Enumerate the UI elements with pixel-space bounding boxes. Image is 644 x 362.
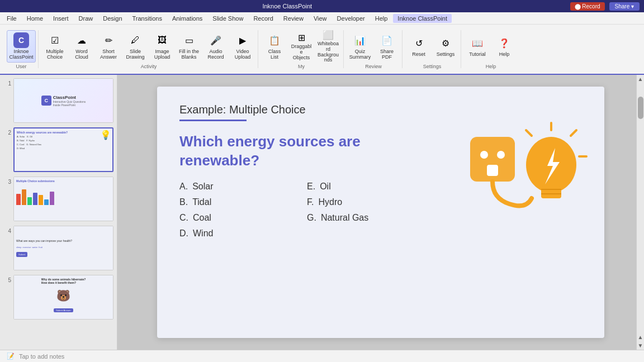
help-button[interactable]: ❓ Help xyxy=(491,30,517,63)
ribbon-review-items: 📊 QuizSummary 📄 SharePDF xyxy=(347,30,400,63)
slide-preview-4: What are ways you can improve your healt… xyxy=(14,226,113,270)
menu-view[interactable]: View xyxy=(309,14,332,23)
video-upload-button[interactable]: ▶ VideoUpload xyxy=(230,30,255,63)
menu-review[interactable]: Review xyxy=(279,14,308,23)
slide-preview-1: C ClassPoint Interactive Quiz QuestionsI… xyxy=(14,79,113,122)
title-bar-right: ⬤ Record Share ▾ xyxy=(570,2,640,11)
short-answer-icon: ✏ xyxy=(101,32,116,48)
slide-drawing-button[interactable]: 🖊 SlideDrawing xyxy=(122,30,148,63)
image-upload-label: ImageUpload xyxy=(154,49,171,60)
slide-thumb-3[interactable]: 3 Multiple Choice submissions xyxy=(2,175,115,222)
slide-thumb-2[interactable]: 2 Which energy sources are renewable? A.… xyxy=(2,126,115,173)
slide2-options3: C. CoalG. Natural Gas xyxy=(17,143,41,146)
ribbon-group-help: 📖 Tutorial ❓ Help Help xyxy=(462,30,519,68)
reset-button[interactable]: ↺ Reset xyxy=(406,30,432,63)
menu-help[interactable]: Help xyxy=(371,14,392,23)
inknoe-label: InknoeClassPoint xyxy=(9,49,33,60)
audio-record-button[interactable]: 🎤 AudioRecord xyxy=(203,30,229,63)
slide1-logo-text: ClassPoint Interactive Quiz QuestionsIns… xyxy=(53,95,86,107)
menu-developer[interactable]: Developer xyxy=(333,14,370,23)
quiz-summary-button[interactable]: 📊 QuizSummary xyxy=(347,30,373,63)
multiple-choice-button[interactable]: ☑ MultipleChoice xyxy=(42,30,68,63)
slide-panel[interactable]: 1 C ClassPoint Interactive Quiz Question… xyxy=(0,75,117,350)
video-upload-label: VideoUpload xyxy=(235,49,251,60)
scroll-v-container[interactable]: ▲ ▲ ▼ xyxy=(636,75,644,350)
inknoe-icon: C xyxy=(13,32,29,48)
draggable-objects-button[interactable]: ⊞ DraggableObjects xyxy=(288,30,314,63)
menu-transitions[interactable]: Transitions xyxy=(128,14,167,23)
settings-icon: ⚙ xyxy=(438,35,453,51)
reset-icon: ↺ xyxy=(411,35,427,51)
slide-option-d: D. Wind xyxy=(179,228,273,239)
menu-file[interactable]: File xyxy=(2,14,21,23)
ribbon-my-items: 📋 ClassList ⊞ DraggableObjects ⬜ Whitebo… xyxy=(262,30,341,63)
slide-num-1: 1 xyxy=(3,80,11,87)
slide-img-1[interactable]: C ClassPoint Interactive Quiz QuestionsI… xyxy=(13,78,113,123)
fill-blanks-icon: ▭ xyxy=(181,32,197,48)
slide-question: Which energy sources are renewable? xyxy=(179,132,381,170)
slide-preview-5: Why do some animals hibernate?How does i… xyxy=(14,275,113,319)
slide2-options: A. SolarE. Oil xyxy=(17,135,32,138)
menu-animations[interactable]: Animations xyxy=(168,14,207,23)
option-a-text: Solar xyxy=(192,182,213,192)
content-area: ▲ ▲ ▼ Example: Multiple Choice Which ene… xyxy=(117,75,644,350)
menu-inknoe[interactable]: Inknoe ClassPoint xyxy=(393,14,452,23)
class-list-button[interactable]: 📋 ClassList xyxy=(262,30,287,63)
ribbon-group-review: 📊 QuizSummary 📄 SharePDF Review xyxy=(345,30,402,68)
settings-label: Settings xyxy=(437,52,455,58)
settings-button[interactable]: ⚙ Settings xyxy=(433,30,458,63)
tutorial-icon: 📖 xyxy=(470,35,485,51)
tutorial-button[interactable]: 📖 Tutorial xyxy=(465,30,490,63)
fill-blanks-label: Fill in theBlanks xyxy=(179,49,199,60)
share-button[interactable]: Share ▾ xyxy=(609,2,640,11)
option-a-letter: A. xyxy=(179,182,188,192)
image-upload-icon: 🖼 xyxy=(154,32,170,48)
svg-line-10 xyxy=(571,130,576,136)
notes-placeholder[interactable]: Tap to add notes xyxy=(19,353,64,360)
scroll-arrow-up2[interactable]: ▲ xyxy=(637,333,644,341)
my-group-label: My xyxy=(262,63,341,70)
option-e-letter: E. xyxy=(307,182,315,192)
option-c-text: Coal xyxy=(193,213,211,223)
slide-img-4[interactable]: What are ways you can improve your healt… xyxy=(13,226,113,270)
menu-home[interactable]: Home xyxy=(22,14,48,23)
ribbon: C InknoeClassPoint User ☑ MultipleChoice… xyxy=(0,25,644,75)
word-cloud-label: WordCloud xyxy=(75,49,88,60)
slide-thumb-5[interactable]: 5 Why do some animals hibernate?How does… xyxy=(2,274,115,321)
scroll-up-arrow[interactable]: ▲ xyxy=(637,75,644,83)
slide1-logo-icon: C xyxy=(41,96,51,106)
slide-thumb-1[interactable]: 1 C ClassPoint Interactive Quiz Question… xyxy=(2,77,115,124)
option-b-text: Tidal xyxy=(192,197,211,207)
short-answer-button[interactable]: ✏ ShortAnswer xyxy=(96,30,121,63)
share-pdf-button[interactable]: 📄 SharePDF xyxy=(374,30,400,63)
whiteboard-backgrounds-button[interactable]: ⬜ WhiteboardBackgrounds xyxy=(315,30,341,63)
help-icon: ❓ xyxy=(496,35,512,51)
tutorial-label: Tutorial xyxy=(469,52,486,58)
slide-thumb-4[interactable]: 4 What are ways you can improve your hea… xyxy=(2,225,115,272)
ribbon-help-items: 📖 Tutorial ❓ Help xyxy=(465,30,517,63)
slide-img-5[interactable]: Why do some animals hibernate?How does i… xyxy=(13,275,113,320)
fill-blanks-button[interactable]: ▭ Fill in theBlanks xyxy=(176,30,202,63)
menu-insert[interactable]: Insert xyxy=(49,14,73,23)
option-c-letter: C. xyxy=(179,213,188,223)
menu-slideshow[interactable]: Slide Show xyxy=(208,14,248,23)
slide-canvas-wrapper: Example: Multiple Choice Which energy so… xyxy=(117,75,644,350)
menu-bar: File Home Insert Draw Design Transitions… xyxy=(0,12,644,25)
help-group-label: Help xyxy=(465,63,517,70)
word-cloud-button[interactable]: ☁ WordCloud xyxy=(69,30,94,63)
image-upload-button[interactable]: 🖼 ImageUpload xyxy=(149,30,175,63)
svg-point-2 xyxy=(497,151,505,159)
slide-img-2[interactable]: Which energy sources are renewable? A. S… xyxy=(13,127,113,172)
menu-draw[interactable]: Draw xyxy=(74,14,98,23)
short-answer-label: ShortAnswer xyxy=(100,49,117,60)
scroll-thumb[interactable] xyxy=(638,97,643,119)
inknoe-classpoint-button[interactable]: C InknoeClassPoint xyxy=(7,30,36,63)
menu-design[interactable]: Design xyxy=(98,14,126,23)
record-button[interactable]: ⬤ Record xyxy=(570,2,605,11)
option-b-letter: B. xyxy=(179,197,188,207)
menu-record[interactable]: Record xyxy=(249,14,277,23)
scroll-down-arrow[interactable]: ▼ xyxy=(637,341,644,350)
option-d-letter: D. xyxy=(179,228,188,239)
slide-img-3[interactable]: Multiple Choice submissions xyxy=(13,177,113,221)
slide2-bulb-icon: 💡 xyxy=(100,130,111,140)
